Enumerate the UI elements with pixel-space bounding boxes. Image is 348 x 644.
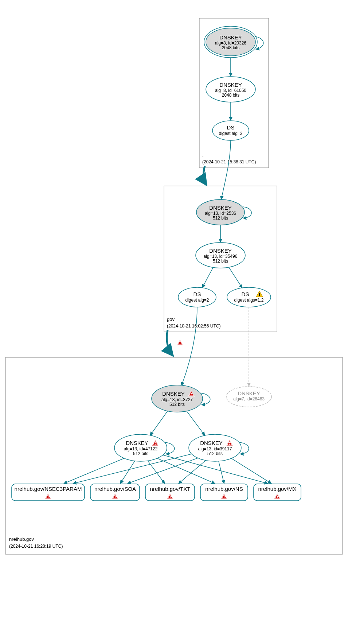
node-nrelhub-ksk[interactable]: DNSKEY alg=13, id=3727 512 bits [152, 385, 203, 412]
svg-point-24 [178, 287, 216, 307]
zone-label-gov: gov [167, 317, 175, 322]
edge-gov-zsk-ds2 [229, 267, 242, 288]
node-gov-zsk[interactable]: DNSKEY alg=13, id=35496 512 bits [196, 243, 245, 268]
svg-text:DNSKEY: DNSKEY [126, 440, 148, 446]
svg-text:alg=13, id=47122: alg=13, id=47122 [124, 446, 158, 451]
svg-point-13 [212, 121, 249, 140]
zone-label-root: . [202, 152, 204, 158]
node-nrelhub-zsk1[interactable]: DNSKEY alg=13, id=47122 512 bits [114, 434, 167, 461]
svg-text:alg=8, id=20326: alg=8, id=20326 [215, 40, 246, 46]
edge-root-ds-gov-ksk [221, 140, 231, 199]
node-gov-ksk[interactable]: DNSKEY alg=13, id=2536 512 bits [196, 199, 245, 225]
svg-text:DNSKEY: DNSKEY [219, 82, 242, 88]
edge-gov-ds1-nrelhub-ksk [181, 307, 197, 385]
zone-timestamp-gov: (2024-10-21 16:02:56 UTC) [167, 323, 220, 329]
svg-text:512 bits: 512 bits [213, 259, 228, 264]
node-gov-ds1[interactable]: DS digest alg=2 [178, 287, 216, 307]
svg-text:DS: DS [242, 291, 249, 297]
node-rr-nsec3param[interactable]: nrelhub.gov/NSEC3PARAM [12, 484, 85, 501]
node-root-zsk[interactable]: DNSKEY alg=8, id=61050 2048 bits [206, 77, 255, 102]
node-rr-soa[interactable]: nrelhub.gov/SOA [90, 484, 140, 501]
edge-nrelhub-ksk-zsk2 [187, 411, 205, 435]
node-root-ksk[interactable]: DNSKEY alg=8, id=20326 2048 bits [204, 26, 257, 58]
svg-text:nrelhub.gov/NSEC3PARAM: nrelhub.gov/NSEC3PARAM [15, 486, 82, 492]
svg-text:digest algs=1,2: digest algs=1,2 [234, 298, 263, 303]
svg-text:nrelhub.gov/SOA: nrelhub.gov/SOA [94, 486, 136, 492]
svg-text:alg=13, id=2536: alg=13, id=2536 [205, 211, 236, 216]
svg-text:512 bits: 512 bits [207, 451, 223, 456]
edge-zsk1-soa [120, 461, 135, 484]
svg-text:alg=13, id=35496: alg=13, id=35496 [204, 254, 238, 259]
dnssec-diagram: . (2024-10-21 15:38:31 UTC) gov (2024-10… [0, 0, 348, 644]
node-rr-ns[interactable]: nrelhub.gov/NS [200, 484, 248, 501]
node-gov-ds2[interactable]: DS digest algs=1,2 [227, 287, 271, 307]
svg-point-27 [227, 287, 271, 307]
edge-deleg-gov-nrelhub [167, 330, 173, 356]
edge-nrelhub-ksk-zsk1 [150, 411, 168, 435]
svg-text:512 bits: 512 bits [213, 216, 228, 221]
svg-text:alg=8, id=61050: alg=8, id=61050 [215, 88, 246, 93]
svg-text:DS: DS [193, 291, 201, 297]
edge-zsk1-nsec3 [64, 458, 124, 484]
edge-zsk2-mx [231, 458, 271, 484]
svg-text:DS: DS [227, 124, 235, 131]
node-nrelhub-grey[interactable]: DNSKEY alg=7, id=26463 [226, 387, 271, 407]
svg-text:DNSKEY: DNSKEY [209, 205, 232, 211]
node-nrelhub-zsk2[interactable]: DNSKEY alg=13, id=39117 512 bits [189, 434, 241, 461]
node-rr-txt[interactable]: nrelhub.gov/TXT [145, 484, 195, 501]
edge-self-root-ksk [255, 36, 263, 49]
svg-text:DNSKEY: DNSKEY [162, 391, 185, 397]
zone-timestamp-nrelhub: (2024-10-21 16:28:19 UTC) [9, 544, 63, 549]
svg-text:nrelhub.gov/NS: nrelhub.gov/NS [205, 486, 243, 492]
svg-text:nrelhub.gov/MX: nrelhub.gov/MX [258, 486, 296, 492]
edge-gov-zsk-ds1 [202, 267, 213, 288]
node-rr-mx[interactable]: nrelhub.gov/MX [254, 484, 301, 501]
edge-deleg-root-gov [203, 166, 207, 185]
warning-icon [177, 340, 183, 345]
svg-text:alg=13, id=3727: alg=13, id=3727 [161, 397, 193, 402]
svg-text:digest alg=2: digest alg=2 [185, 298, 209, 303]
svg-text:512 bits: 512 bits [169, 402, 185, 407]
svg-text:DNSKEY: DNSKEY [200, 440, 223, 446]
node-root-ds[interactable]: DS digest alg=2 [212, 121, 249, 140]
zone-label-nrelhub: nrelhub.gov [9, 536, 34, 542]
svg-text:digest alg=2: digest alg=2 [219, 131, 242, 136]
edge-zsk2-soa [128, 458, 198, 484]
svg-text:alg=13, id=39117: alg=13, id=39117 [198, 446, 232, 451]
svg-text:nrelhub.gov/TXT: nrelhub.gov/TXT [150, 486, 191, 492]
svg-text:alg=7, id=26463: alg=7, id=26463 [233, 396, 265, 401]
svg-text:DNSKEY: DNSKEY [219, 34, 242, 40]
edge-zsk2-ns [219, 461, 224, 484]
svg-text:DNSKEY: DNSKEY [238, 390, 260, 396]
svg-text:DNSKEY: DNSKEY [209, 248, 232, 254]
svg-text:2048 bits: 2048 bits [222, 45, 240, 50]
svg-text:512 bits: 512 bits [133, 451, 148, 456]
svg-text:2048 bits: 2048 bits [222, 93, 240, 98]
